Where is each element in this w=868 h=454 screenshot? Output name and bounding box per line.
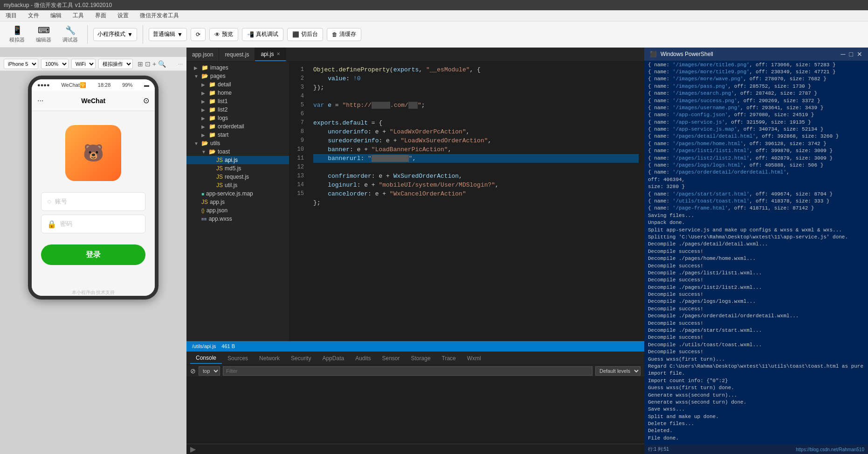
tree-item-home[interactable]: ▶ 📁 home bbox=[186, 89, 289, 97]
folder-icon-start: 📁 bbox=[209, 132, 216, 138]
clear-icon: 🗑 bbox=[332, 31, 338, 38]
tree-item-start[interactable]: ▶ 📁 start bbox=[186, 131, 289, 139]
rotate-icon[interactable]: ⊞ bbox=[138, 60, 143, 68]
console-prompt[interactable]: ▶ bbox=[186, 444, 644, 454]
editor-button[interactable]: ⌨ 编辑器 bbox=[32, 23, 55, 45]
login-label: 登录 bbox=[86, 250, 101, 260]
phone-battery: 99% bbox=[122, 82, 132, 88]
ps-minimize-button[interactable]: ─ bbox=[841, 50, 846, 58]
debugger-icon: 🔧 bbox=[65, 25, 76, 35]
console-tab-trace[interactable]: Trace bbox=[436, 353, 462, 363]
console-tab-audits[interactable]: Audits bbox=[350, 353, 376, 363]
account-field[interactable]: ○ 账号 bbox=[41, 192, 145, 211]
mode-arrow: ▼ bbox=[127, 31, 133, 38]
tree-item-util-js[interactable]: JS util.js bbox=[186, 181, 289, 189]
menu-bar: 项目 文件 编辑 工具 界面 设置 微信开发者工具 bbox=[0, 10, 868, 21]
tree-item-toast[interactable]: ▼ 📂 toast bbox=[186, 147, 289, 156]
tree-label-app-service-map: app-service.js.map bbox=[206, 190, 253, 197]
compile-dropdown[interactable]: 普通编辑 ▼ bbox=[149, 28, 187, 41]
tree-item-app-js[interactable]: JS app.js bbox=[186, 198, 289, 206]
powershell-panel: ⬛ Windows PowerShell ─ □ ✕ { name: '/ima… bbox=[644, 48, 868, 454]
console-tab-security[interactable]: Security bbox=[285, 353, 317, 363]
tree-item-list2[interactable]: ▶ 📁 list2 bbox=[186, 105, 289, 114]
menu-wechat-dev[interactable]: 微信开发者工具 bbox=[138, 11, 181, 21]
console-tab-console[interactable]: Console bbox=[190, 353, 222, 364]
tab-request-js[interactable]: request.js bbox=[219, 48, 255, 61]
tree-item-request-js[interactable]: JS request.js bbox=[186, 173, 289, 181]
tree-item-logs[interactable]: ▶ 📁 logs bbox=[186, 114, 289, 122]
filter-input[interactable] bbox=[223, 366, 592, 376]
lock-icon: 🔒 bbox=[47, 220, 56, 229]
console-tab-storage[interactable]: Storage bbox=[406, 353, 436, 363]
network-select[interactable]: WiFi bbox=[71, 59, 96, 69]
main-content: iPhone 5 100% WiFi 模拟操作 ⊞ ⊡ + 🔍 ··· ●●●●… bbox=[0, 48, 868, 454]
menu-project[interactable]: 项目 bbox=[4, 11, 19, 21]
ps-url: https://blog.csdn.net/Rahman510 bbox=[796, 447, 864, 452]
ps-close-button[interactable]: ✕ bbox=[857, 50, 862, 58]
refresh-button[interactable]: ⟳ bbox=[191, 28, 206, 41]
folder-icon-list2: 📁 bbox=[209, 106, 216, 113]
device-select[interactable]: iPhone 5 bbox=[4, 59, 38, 69]
menu-settings[interactable]: 设置 bbox=[116, 11, 131, 21]
wechat-title: WeChat bbox=[81, 97, 105, 105]
tree-item-detail[interactable]: ▶ 📁 detail bbox=[186, 80, 289, 89]
editor-panel: app.json request.js api.js ✕ ▶ 📁 images bbox=[186, 48, 644, 454]
tree-item-app-service-map[interactable]: ■ app-service.js.map bbox=[186, 189, 289, 198]
password-field[interactable]: 🔒 密码 bbox=[41, 215, 145, 233]
resize-icon[interactable]: ⊡ bbox=[145, 60, 151, 68]
editor-icon: ⌨ bbox=[38, 25, 50, 35]
tree-item-orderdetail[interactable]: ▶ 📁 orderdetail bbox=[186, 122, 289, 131]
tree-item-utils[interactable]: ▼ 📂 utils bbox=[186, 139, 289, 147]
menu-view[interactable]: 界面 bbox=[93, 11, 108, 21]
tree-arrow-detail: ▶ bbox=[201, 82, 209, 87]
tree-item-api-js[interactable]: JS api.js bbox=[186, 156, 289, 164]
tree-item-md5-js[interactable]: JS md5.js bbox=[186, 164, 289, 173]
console-tabs: Console Sources Network Security AppData… bbox=[186, 352, 644, 365]
tree-item-list1[interactable]: ▶ 📁 list1 bbox=[186, 97, 289, 105]
debugger-button[interactable]: 🔧 调试器 bbox=[59, 23, 82, 45]
mode-dropdown[interactable]: 小程序模式 ▼ bbox=[93, 28, 137, 41]
search-icon[interactable]: 🔍 bbox=[158, 60, 166, 68]
realtest-button[interactable]: 📲 真机调试 bbox=[242, 28, 283, 41]
menu-file[interactable]: 文件 bbox=[26, 11, 41, 21]
plus-icon[interactable]: + bbox=[152, 60, 156, 68]
no-entry-icon[interactable]: ⊘ bbox=[190, 367, 196, 375]
console-tab-appdata[interactable]: AppData bbox=[317, 353, 350, 363]
tree-arrow-images: ▶ bbox=[194, 65, 201, 70]
console-input[interactable] bbox=[198, 446, 641, 453]
console-tab-network[interactable]: Network bbox=[254, 353, 285, 363]
password-placeholder: 密码 bbox=[60, 220, 72, 228]
tab-label-app-json: app.json bbox=[192, 51, 213, 58]
ps-controls: ─ □ ✕ bbox=[841, 50, 862, 58]
menu-tools[interactable]: 工具 bbox=[71, 11, 86, 21]
cut-button[interactable]: ⬛ 切后台 bbox=[287, 28, 323, 41]
console-tab-wxml[interactable]: Wxml bbox=[462, 353, 487, 363]
editor-status-bar: /utils/api.js 461 B bbox=[186, 341, 644, 351]
console-tab-sensor[interactable]: Sensor bbox=[377, 353, 406, 363]
zoom-select[interactable]: 100% bbox=[41, 59, 69, 69]
phone-status-bar: ●●●● WeChat🛜 18:28 99% ▬ bbox=[32, 79, 155, 91]
login-button[interactable]: 登录 bbox=[41, 244, 145, 265]
tree-item-images[interactable]: ▶ 📁 images bbox=[186, 63, 289, 72]
folder-icon-logs: 📁 bbox=[209, 115, 216, 121]
context-select[interactable]: top bbox=[199, 366, 220, 376]
tab-app-json[interactable]: app.json bbox=[186, 48, 219, 61]
tree-item-pages[interactable]: ▼ 📂 pages bbox=[186, 72, 289, 80]
level-select[interactable]: Default levels bbox=[595, 366, 641, 376]
console-tab-sources[interactable]: Sources bbox=[222, 353, 254, 363]
phone-time: 18:28 bbox=[98, 82, 111, 88]
file-tree: ▶ 📁 images ▼ 📂 pages ▶ 📁 detail bbox=[186, 62, 289, 341]
clear-button[interactable]: 🗑 清缓存 bbox=[327, 28, 361, 41]
menu-edit[interactable]: 编辑 bbox=[48, 11, 63, 21]
simulator-button[interactable]: 📱 模拟器 bbox=[6, 23, 28, 45]
tree-label-api-js: api.js bbox=[225, 157, 238, 163]
tab-close-api-js[interactable]: ✕ bbox=[276, 51, 280, 56]
ps-maximize-button[interactable]: □ bbox=[849, 50, 853, 58]
action-select[interactable]: 模拟操作 bbox=[98, 59, 133, 69]
tree-item-app-wxss[interactable]: ≡≡ app.wxss bbox=[186, 215, 289, 223]
folder-icon-toast: 📂 bbox=[209, 148, 216, 155]
tab-api-js[interactable]: api.js ✕ bbox=[255, 48, 286, 61]
code-editor[interactable]: 123456789101112131415 Object.definePrope… bbox=[289, 62, 644, 341]
tree-item-app-json[interactable]: {} app.json bbox=[186, 206, 289, 215]
preview-button[interactable]: 👁 预览 bbox=[209, 28, 238, 41]
